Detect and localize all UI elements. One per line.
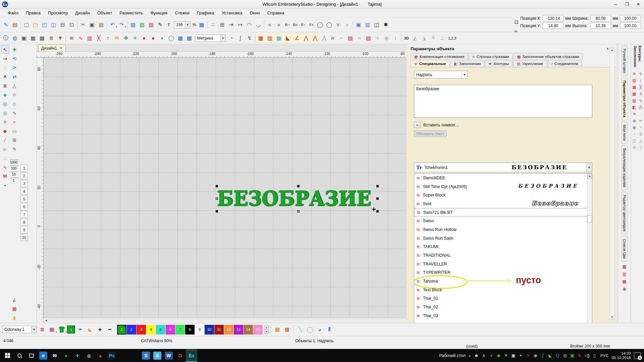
app-chrome[interactable] [117,349,129,362]
color-swatch[interactable]: 1 [117,325,126,335]
docked-panel-tab[interactable]: Ручной штамп [622,46,628,76]
fill-plus-icon[interactable]: F+ [308,20,316,29]
add-color-icon[interactable]: + [96,325,104,334]
app-dark-circle[interactable]: ◉ [83,349,95,362]
app-opera[interactable]: O [174,349,186,362]
stitch-satin-icon[interactable]: ▥ [85,34,94,43]
panel-tab[interactable]: ◧ Заполнения [450,60,485,67]
outline-sculpt-icon[interactable]: ∿ [638,97,644,104]
branch-stitch-icon[interactable]: ⋀ [302,34,311,43]
document-tab[interactable]: Дизайн1 ✕ [38,45,65,51]
branch-icon[interactable]: ⋎ [334,20,343,29]
prev-object-icon[interactable]: « [265,20,274,29]
pos-y-field[interactable]: 14.80 [543,22,564,29]
square-node-tool[interactable]: ▪ [1,181,9,189]
menu-item[interactable]: Файл [4,9,22,17]
app-telegram[interactable]: ✈ [72,349,83,362]
fill-satin-icon[interactable]: ≋ [631,70,637,77]
fill-tatami-icon[interactable]: ▥ [631,77,637,83]
thread-spool-icon[interactable]: Ⅱ [325,325,334,334]
red-blob-icon[interactable]: ● [140,34,149,43]
separator[interactable] [107,20,107,29]
clipboard-icon[interactable]: ▤ [10,20,19,29]
rotate-ccw-tool[interactable]: ⟲ [10,54,19,63]
separator[interactable] [264,20,264,29]
stitch-grid-icon[interactable]: ▦ [621,263,628,270]
color-swatch[interactable]: 3 [137,325,146,335]
target-end-tool[interactable]: ◎ [1,109,9,117]
chevron-down-icon[interactable]: ▼ [185,21,190,28]
buttonhole-icon[interactable]: ◫ [631,137,637,144]
sewing-machine-icon[interactable]: ▥ [363,20,372,29]
table-alt-icon[interactable]: ▦ [185,34,194,43]
baseline-icon[interactable]: ⊥ [438,34,447,43]
desktop-toolbar-label[interactable]: Рабочий стол [439,353,465,358]
tray-kaspersky-icon[interactable]: K [577,353,583,358]
stitch-fill-icon[interactable]: ▩ [621,278,628,285]
angle-fill-icon[interactable]: ∠ [292,34,302,43]
object-type-select[interactable]: Надпись ▼ [414,71,468,78]
align-right-icon[interactable]: ◮ [420,34,429,43]
font-list-item[interactable]: ≋ Super Block [414,191,592,199]
stitch-cross-icon[interactable]: ╳ [94,34,103,43]
paste-icon[interactable]: ▤ [97,20,106,29]
points-icon[interactable]: ∷ [209,20,218,29]
zigzag-tool[interactable]: ∿ [1,163,9,171]
panel-tab[interactable]: ▦ Компенсация стягивания [411,53,468,60]
panel-tab[interactable]: ≀ Соединители [548,60,582,67]
monitor-preview-icon[interactable]: ▣ [19,34,29,43]
arc-icon[interactable]: ◠ [245,20,254,29]
app-photoshop[interactable]: Ps [106,349,117,362]
penetrations-tool[interactable]: ∴ [1,154,9,162]
zoom-combo[interactable]: 156 ▼ [174,21,191,28]
wave-icon[interactable]: ≀ [391,34,400,43]
app-edge[interactable]: e [38,349,49,362]
curve-icon[interactable]: ∫ [236,34,245,43]
stitch-columns-icon[interactable]: ▥ [621,270,628,277]
app-red-triangle[interactable]: ▲ [95,349,106,362]
swatch-spinner[interactable]: ▲▼ [264,325,269,334]
satin-columns-icon[interactable]: ▥ [265,34,274,43]
separator[interactable] [77,20,77,29]
docked-panel-tab[interactable]: Мои нити [622,122,628,144]
remove-color-icon[interactable]: − [105,325,114,334]
panel-tab[interactable]: ☆ Специальные [411,60,450,67]
pen-tool-icon[interactable]: ✎ [156,20,165,29]
trim-icon[interactable]: ✂ [638,117,644,124]
fill-pattern-icon[interactable]: ▦ [256,34,265,43]
next-object-icon[interactable]: » [274,20,283,29]
copy-objects-icon[interactable]: ▣ [354,20,363,29]
stitch-zigzag-icon[interactable]: ≋ [67,34,76,43]
ellipse-outline-icon[interactable]: ◯ [167,34,176,43]
embroidery-object[interactable]: БЕЗОБРАЗИЕ [217,186,377,211]
app-explorer[interactable] [129,349,140,362]
color-swatch[interactable]: 10 [205,325,214,335]
scroll-down-icon[interactable]: ▼ [610,315,614,320]
chevron-down-icon[interactable]: ▼ [220,35,225,42]
stamp-icon[interactable]: ▼ [56,34,65,43]
menu-item[interactable]: Стежки [171,9,193,17]
font-list-item[interactable]: ≋ Swis721 Blk BT [414,208,592,217]
insert-symbol-label[interactable]: Вставить символ… [423,123,459,127]
docked-panel-tab[interactable]: Редактор цветорядов [622,192,628,235]
stitch-player-icon[interactable]: ▧ [128,20,138,29]
swirl-icon[interactable]: ◉ [382,34,391,43]
number-button[interactable]: 8 [20,219,28,226]
scroll-left-icon[interactable]: ◄ [44,319,49,322]
zigzag-w-icon[interactable]: W [329,34,337,43]
peak-icon[interactable]: ⋀ [320,34,329,43]
chevron-down-icon[interactable]: ▼ [586,163,592,172]
design-pen-icon[interactable]: ✎ [1,20,10,29]
menu-item[interactable]: Графика [193,9,218,17]
color-swatch[interactable]: 7 [175,325,185,335]
fan-fill-icon[interactable]: ◣ [283,34,292,43]
align-left-icon[interactable]: ◭ [411,34,420,43]
tray-raspberry-icon[interactable]: ✳ [525,353,531,358]
app-mail[interactable]: ✉ [49,349,60,362]
outline-zigzag-icon[interactable]: ⋀ [638,104,644,110]
design-canvas[interactable]: БЕЗОБРАЗИЕ + ◄ [44,58,407,323]
app-green-circle[interactable]: ● [60,349,72,362]
save-as-icon[interactable]: ◫ [49,20,58,29]
minimize-button[interactable]: ─ [610,0,621,8]
selection-handle[interactable] [376,185,379,187]
